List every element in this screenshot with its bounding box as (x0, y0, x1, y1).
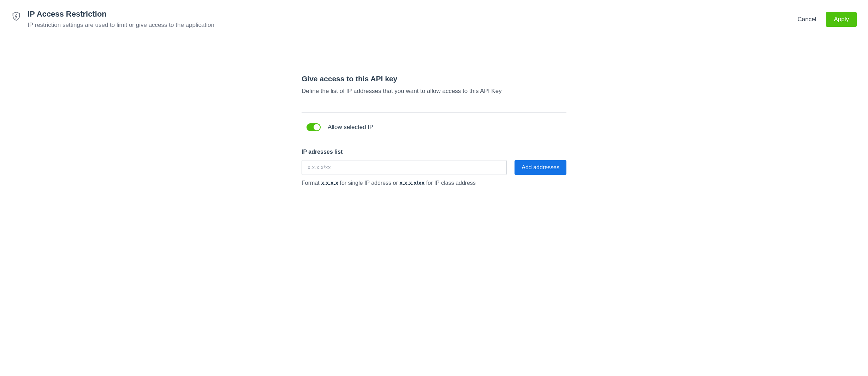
allow-ip-toggle-label: Allow selected IP (328, 124, 373, 131)
divider (302, 112, 566, 113)
hint-mid: for single IP address or (338, 180, 399, 186)
hint-bold-single: x.x.x.x (321, 180, 338, 186)
hint-bold-cidr: x.x.x.x/xx (399, 180, 424, 186)
ip-address-input[interactable] (302, 160, 507, 175)
section-subtitle: Define the list of IP addresses that you… (302, 87, 566, 96)
toggle-knob (314, 124, 320, 130)
shield-lightning-icon (11, 11, 21, 21)
hint-prefix: Format (302, 180, 321, 186)
ip-list-label: IP adresses list (302, 149, 566, 155)
allow-ip-toggle-row: Allow selected IP (302, 123, 566, 131)
header-actions: Cancel Apply (796, 9, 857, 27)
main-content: Give access to this API key Define the l… (302, 75, 566, 187)
header-text: IP Access Restriction IP restriction set… (28, 9, 214, 29)
page-header: IP Access Restriction IP restriction set… (0, 0, 868, 29)
header-left: IP Access Restriction IP restriction set… (11, 9, 214, 29)
page-title: IP Access Restriction (28, 9, 214, 19)
apply-button[interactable]: Apply (826, 12, 857, 27)
cancel-button[interactable]: Cancel (796, 12, 819, 27)
ip-input-row: Add addresses (302, 160, 566, 175)
section-title: Give access to this API key (302, 75, 566, 83)
format-hint: Format x.x.x.x for single IP address or … (302, 180, 566, 186)
page-subtitle: IP restriction settings are used to limi… (28, 22, 214, 29)
hint-suffix: for IP class address (424, 180, 476, 186)
allow-ip-toggle[interactable] (307, 123, 321, 131)
add-addresses-button[interactable]: Add addresses (515, 160, 566, 175)
